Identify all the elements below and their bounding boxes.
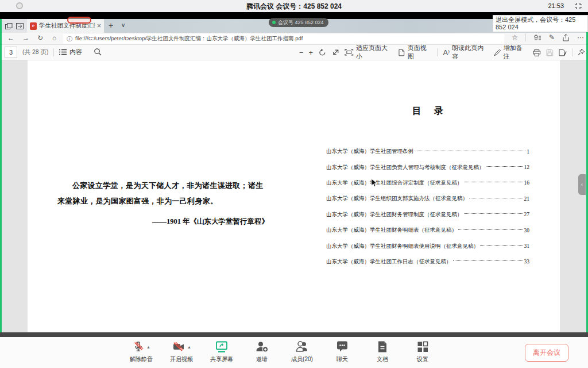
chevron-left-icon: ‹	[581, 182, 583, 187]
start-video-button[interactable]: ▲ 开启视频	[165, 339, 198, 363]
invite-person-icon	[255, 340, 269, 354]
settings-grid-icon	[416, 340, 430, 354]
exit-fullscreen-tooltip: 退出全屏模式，会议号：425 852 024	[493, 15, 588, 32]
favorites-hub-icon[interactable]	[533, 34, 541, 41]
forward-icon[interactable]: →	[22, 34, 29, 42]
save-as-icon[interactable]	[559, 49, 567, 56]
fullscreen-diagonal-icon[interactable]	[332, 48, 340, 56]
divider	[572, 48, 572, 56]
table-of-contents: 目 录 山东大学（威海）学生社团管理条例1 山东大学（威海）学生社团负责人管理与…	[326, 60, 529, 332]
microphone-muted-icon	[132, 340, 145, 354]
chat-bubble-icon	[335, 340, 349, 354]
url-field[interactable]: ⓘ file:///C:/Users/peter/Desktop/学生社团文件制…	[63, 34, 504, 44]
browser-tab[interactable]: P 学生社团文件制度汇编： ×	[27, 19, 104, 33]
live-dot-icon	[272, 21, 276, 24]
search-icon[interactable]	[94, 48, 102, 56]
mouse-cursor	[371, 179, 378, 187]
pdf-file-icon: P	[30, 22, 37, 30]
dot-leader	[464, 213, 523, 214]
add-note-pen-icon	[494, 49, 501, 56]
read-aloud-button[interactable]: A⁾ 朗读此页内容	[443, 44, 489, 61]
toc-entry[interactable]: 山东大学（威海）学生社团工作日志（征求意见稿）33	[326, 254, 529, 270]
tab-list-dropdown-icon[interactable]: ∨	[121, 22, 125, 28]
pdf-toolbar-right: − + 适应页面大小 页面	[299, 45, 585, 60]
add-favorite-icon[interactable]: ☆	[512, 33, 518, 41]
share-border-left	[0, 19, 2, 332]
members-button[interactable]: 成员(20)	[286, 339, 318, 363]
members-icon	[295, 340, 309, 354]
meeting-toolbar: ▲ 解除静音 ▲ 开启视频	[0, 337, 588, 368]
address-bar-actions: ☆ ✎ ···	[512, 33, 584, 41]
page-number-input[interactable]: 3	[5, 47, 17, 58]
mic-options-caret-icon[interactable]: ▲	[146, 345, 150, 349]
invite-button[interactable]: 邀请	[246, 339, 278, 363]
print-icon[interactable]	[533, 49, 541, 56]
meeting-id-badge[interactable]: 会议号 425 852 024	[269, 18, 328, 27]
page-count: (共 28 页)	[22, 48, 49, 56]
unmute-button[interactable]: ▲ 解除静音	[125, 339, 157, 363]
screen: 腾讯会议 会议号：425 852 024 21:53 P 学生社团文件制度汇编：…	[0, 0, 588, 368]
window-bottom-edge	[0, 332, 588, 337]
video-options-caret-icon[interactable]: ▲	[187, 345, 191, 349]
new-tab-button[interactable]: +	[109, 21, 113, 30]
page-view-icon	[398, 49, 405, 56]
set-tabs-aside-icon[interactable]	[5, 23, 13, 29]
restore-tabs-icon[interactable]	[16, 23, 24, 29]
toc-entry[interactable]: 山东大学（威海）学生组织团支部实施办法（征求意见稿）21	[326, 191, 529, 206]
more-menu-icon[interactable]: ···	[577, 33, 584, 41]
zoom-out-button[interactable]: −	[299, 48, 304, 57]
url-text: file:///C:/Users/peter/Desktop/学生社团文件制度汇…	[75, 35, 303, 43]
page-view-button[interactable]: 页面视图	[398, 44, 432, 61]
toc-entry[interactable]: 山东大学（威海）学生社团负责人管理与考核制度（征求意见稿）12	[326, 159, 529, 175]
exit-fullscreen-icon[interactable]	[574, 2, 582, 10]
divider	[525, 33, 526, 41]
share-page-icon[interactable]	[562, 34, 570, 41]
contents-button[interactable]: 内容	[59, 48, 82, 56]
leave-meeting-button[interactable]: 离开会议	[525, 344, 568, 362]
red-oval-annotation	[67, 17, 91, 24]
collapse-panel-handle[interactable]: ‹	[578, 174, 586, 195]
dot-leader	[469, 198, 523, 198]
back-icon[interactable]: ←	[7, 34, 14, 42]
fit-page-button[interactable]: 适应页面大小	[345, 44, 393, 61]
site-info-icon[interactable]: ⓘ	[67, 35, 72, 43]
read-aloud-icon: A⁾	[443, 48, 450, 57]
clock: 21:53	[548, 2, 564, 9]
docs-button[interactable]: 文档	[366, 339, 399, 363]
add-note-button[interactable]: 增加备注	[494, 44, 528, 61]
save-icon[interactable]	[546, 49, 554, 56]
toc-entry[interactable]: 山东大学（威海）学生社团财务管理制度（征求意见稿）27	[326, 207, 529, 223]
refresh-icon[interactable]: ↻	[37, 34, 43, 42]
pdf-viewport[interactable]: 公家设立学堂，是为天下储人才，非为诸生谋进取；诸生来堂肄业，是为国家图富强，非为…	[2, 60, 586, 332]
toc-entry[interactable]: 山东大学（威海）学生社团财务明细表使用说明（征求意见稿）31	[326, 238, 529, 254]
dot-leader	[458, 229, 523, 230]
meeting-title: 腾讯会议 会议号：425 852 024	[0, 2, 588, 12]
pdf-toolbar: 3 (共 28 页) 内容 − +	[2, 45, 586, 60]
share-screen-button[interactable]: 共享屏幕	[206, 339, 238, 363]
dot-leader	[486, 166, 523, 167]
zoom-in-button[interactable]: +	[309, 48, 314, 57]
quote-text: 公家设立学堂，是为天下储人才，非为诸生谋进取；诸生来堂肄业，是为国家图富强，非为…	[57, 178, 269, 209]
toc-entry[interactable]: 山东大学（威海）学生社团综合评定制度（征求意见稿）16	[326, 175, 529, 191]
chat-button[interactable]: 聊天	[326, 339, 358, 363]
toc-entry[interactable]: 山东大学（威海）学生社团管理条例1	[326, 144, 529, 159]
camera-off-icon	[172, 340, 185, 354]
rotate-icon[interactable]	[318, 48, 327, 57]
tabs-aside-buttons[interactable]	[2, 19, 27, 33]
home-icon[interactable]: ⌂	[52, 34, 56, 42]
toc-entry[interactable]: 山东大学（威海）学生社团财务明细表（征求意见稿）30	[326, 223, 529, 238]
divider	[437, 48, 438, 56]
toc-list: 山东大学（威海）学生社团管理条例1 山东大学（威海）学生社团负责人管理与考核制度…	[326, 144, 529, 270]
document-icon	[376, 340, 389, 354]
close-tab-icon[interactable]: ×	[97, 22, 101, 30]
contents-list-icon	[59, 49, 67, 55]
divider	[53, 48, 54, 56]
pin-toolbar-icon[interactable]	[578, 48, 585, 56]
annotate-pen-icon[interactable]: ✎	[549, 33, 555, 41]
browser-address-bar: ← → ↻ ⌂ ⓘ file:///C:/Users/peter/Desktop…	[2, 33, 586, 45]
meeting-buttons: ▲ 解除静音 ▲ 开启视频	[125, 339, 439, 363]
share-screen-icon	[215, 340, 229, 354]
fit-page-icon	[345, 49, 354, 56]
dot-leader	[480, 245, 523, 246]
settings-button[interactable]: 设置	[407, 339, 439, 363]
